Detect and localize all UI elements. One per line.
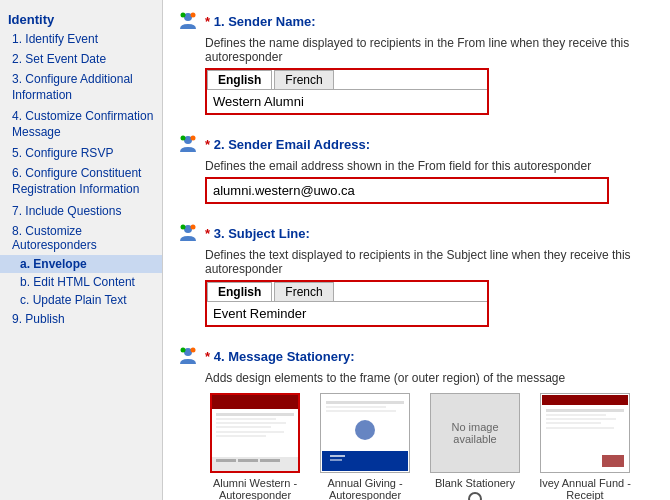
sidebar-item-envelope[interactable]: a. Envelope — [0, 255, 162, 273]
svg-rect-36 — [546, 418, 616, 420]
subject-line-field: * 3. Subject Line: Defines the text disp… — [177, 222, 656, 327]
svg-rect-35 — [546, 414, 606, 416]
person-icon-3 — [177, 222, 199, 244]
svg-rect-16 — [216, 422, 286, 424]
sidebar-item-configure-additional[interactable]: 3. Configure Additional Information — [0, 69, 162, 106]
stationery-blank-label: Blank Stationery — [435, 477, 515, 489]
svg-rect-26 — [326, 406, 386, 408]
stationery-field: * 4. Message Stationery: Adds design ele… — [177, 345, 656, 500]
sender-name-desc: Defines the name displayed to recipients… — [205, 36, 656, 64]
stationery-alumni-western-preview — [210, 393, 300, 473]
sender-name-header: * 1. Sender Name: — [177, 10, 656, 32]
stationery-alumni-western-label: Alumni Western - Autoresponder — [205, 477, 305, 500]
sidebar-item-update-plain-text[interactable]: c. Update Plain Text — [0, 291, 162, 309]
sender-email-input[interactable] — [207, 179, 607, 202]
stationery-blank-preview: No image available — [430, 393, 520, 473]
subject-line-french-tab[interactable]: French — [274, 282, 333, 301]
svg-rect-15 — [216, 418, 276, 420]
subject-line-title: * 3. Subject Line: — [205, 226, 310, 241]
svg-rect-31 — [330, 459, 342, 461]
subject-line-lang-tabs: English French — [207, 282, 487, 302]
sidebar-item-publish[interactable]: 9. Publish — [0, 309, 162, 329]
svg-rect-19 — [216, 435, 266, 437]
subject-line-input[interactable] — [207, 302, 487, 325]
svg-point-4 — [181, 136, 186, 141]
stationery-ivey-label: Ivey Annual Fund - Receipt — [535, 477, 635, 500]
sidebar-item-configure-constituent[interactable]: 6. Configure Constituent Registration In… — [0, 163, 162, 200]
svg-point-1 — [181, 13, 186, 18]
svg-rect-39 — [602, 455, 624, 467]
person-icon-2 — [177, 133, 199, 155]
stationery-annual-giving-label: Annual Giving - Autoresponder (footer on… — [315, 477, 415, 500]
stationery-annual-giving[interactable]: Annual Giving - Autoresponder (footer on… — [315, 393, 415, 500]
svg-rect-37 — [546, 422, 601, 424]
svg-point-8 — [191, 225, 196, 230]
svg-point-2 — [191, 13, 196, 18]
main-content: * 1. Sender Name: Defines the name displ… — [163, 0, 670, 500]
svg-rect-14 — [216, 413, 294, 416]
sender-name-title: * 1. Sender Name: — [205, 14, 316, 29]
svg-rect-12 — [212, 395, 298, 409]
person-icon — [177, 10, 199, 32]
sender-name-lang-tabs: English French — [207, 70, 487, 90]
sidebar-item-configure-rsvp[interactable]: 5. Configure RSVP — [0, 143, 162, 163]
svg-rect-25 — [326, 401, 404, 404]
stationery-ivey-preview — [540, 393, 630, 473]
sender-email-title: * 2. Sender Email Address: — [205, 137, 370, 152]
stationery-blank[interactable]: No image available Blank Stationery — [425, 393, 525, 500]
svg-rect-33 — [542, 395, 628, 405]
svg-rect-23 — [260, 459, 280, 462]
sender-email-header: * 2. Sender Email Address: — [177, 133, 656, 155]
sender-name-english-tab[interactable]: English — [207, 70, 272, 89]
sender-name-input[interactable] — [207, 90, 487, 113]
sidebar: Identity 1. Identify Event 2. Set Event … — [0, 0, 163, 500]
stationery-title: * 4. Message Stationery: — [205, 349, 355, 364]
svg-rect-27 — [326, 410, 396, 412]
svg-rect-30 — [330, 455, 345, 457]
svg-rect-17 — [216, 426, 271, 428]
svg-rect-38 — [546, 427, 614, 429]
sender-name-input-box: English French — [205, 68, 489, 115]
svg-point-7 — [181, 225, 186, 230]
svg-point-11 — [191, 348, 196, 353]
sender-email-input-box — [205, 177, 609, 204]
sidebar-item-edit-html[interactable]: b. Edit HTML Content — [0, 273, 162, 291]
subject-line-input-box: English French — [205, 280, 489, 327]
sender-email-desc: Defines the email address shown in the F… — [205, 159, 656, 173]
sender-name-french-tab[interactable]: French — [274, 70, 333, 89]
stationery-alumni-western[interactable]: Alumni Western - Autoresponder — [205, 393, 305, 500]
person-icon-4 — [177, 345, 199, 367]
stationery-header: * 4. Message Stationery: — [177, 345, 656, 367]
stationery-grid: Alumni Western - Autoresponder — [205, 393, 656, 500]
sidebar-title: Identity — [0, 8, 162, 29]
svg-rect-34 — [546, 409, 624, 412]
svg-rect-22 — [238, 459, 258, 462]
svg-rect-21 — [216, 459, 236, 462]
stationery-annual-giving-preview — [320, 393, 410, 473]
svg-point-10 — [181, 348, 186, 353]
stationery-ivey[interactable]: Ivey Annual Fund - Receipt — [535, 393, 635, 500]
sidebar-item-customize-confirmation[interactable]: 4. Customize Confirmation Message — [0, 106, 162, 143]
sender-name-field: * 1. Sender Name: Defines the name displ… — [177, 10, 656, 115]
sender-email-field: * 2. Sender Email Address: Defines the e… — [177, 133, 656, 204]
no-image-label: No image available — [431, 413, 519, 453]
sidebar-item-identify-event[interactable]: 1. Identify Event — [0, 29, 162, 49]
stationery-desc: Adds design elements to the frame (or ou… — [205, 371, 656, 385]
stationery-blank-radio[interactable] — [468, 492, 482, 500]
subject-line-header: * 3. Subject Line: — [177, 222, 656, 244]
sidebar-item-include-questions[interactable]: 7. Include Questions — [0, 201, 162, 221]
svg-rect-18 — [216, 431, 284, 433]
sidebar-item-set-event-date[interactable]: 2. Set Event Date — [0, 49, 162, 69]
svg-point-5 — [191, 136, 196, 141]
subject-line-desc: Defines the text displayed to recipients… — [205, 248, 656, 276]
subject-line-english-tab[interactable]: English — [207, 282, 272, 301]
sidebar-item-customize-autoresponders[interactable]: 8. Customize Autoresponders — [0, 221, 162, 255]
svg-point-28 — [355, 420, 375, 440]
